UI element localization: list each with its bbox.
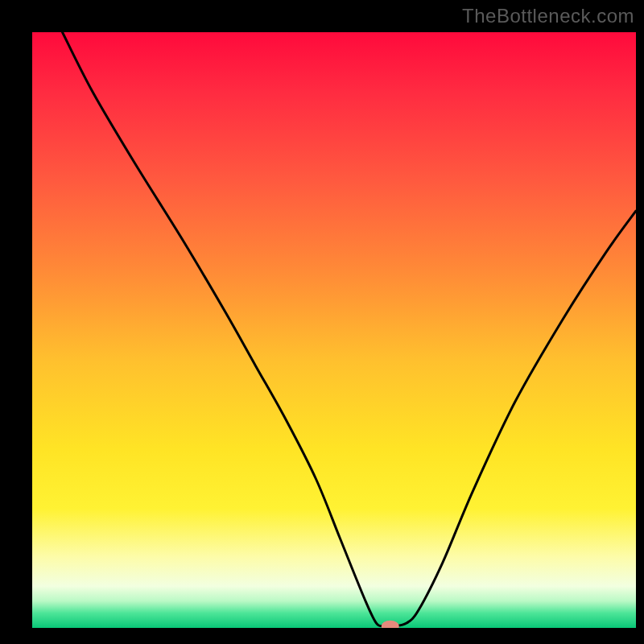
bottleneck-chart — [0, 0, 644, 644]
gradient-background — [32, 32, 636, 628]
chart-frame: TheBottleneck.com — [0, 0, 644, 644]
target-marker — [382, 621, 399, 632]
watermark-text: TheBottleneck.com — [462, 5, 634, 27]
